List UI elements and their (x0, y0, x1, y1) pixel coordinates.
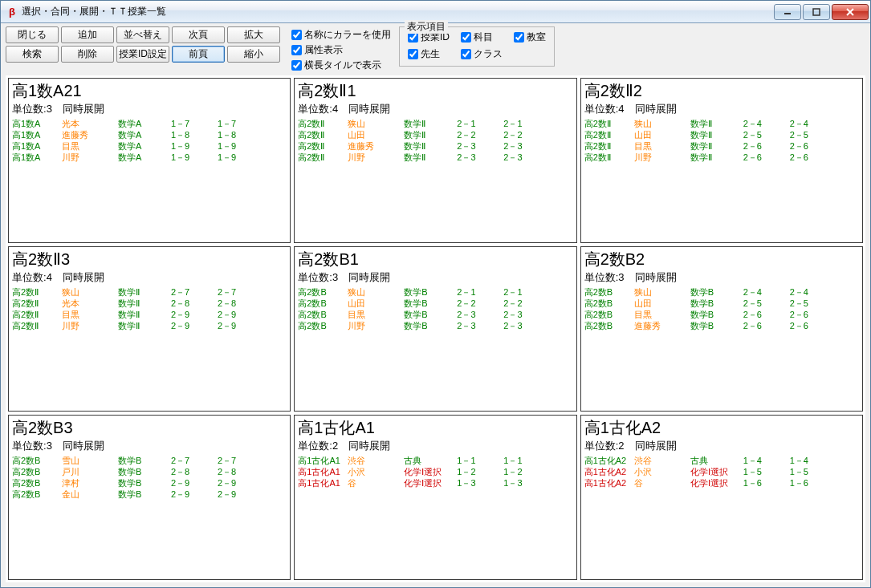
cell-teacher: 川野 (634, 152, 690, 163)
cell-room: 2－9 (218, 477, 256, 489)
check-class[interactable]: クラス (461, 47, 503, 61)
check-attr-show-box[interactable] (291, 45, 302, 55)
cell-subject: 数学B (690, 298, 743, 309)
cell-lesson-id: 高2数Ⅱ (298, 140, 348, 152)
check-attr-show[interactable]: 属性表示 (291, 43, 391, 57)
lesson-row: 高2数B津村数学B2－92－9 (12, 477, 287, 489)
lesson-card[interactable]: 高2数Ⅱ3単位数:4 同時展開高2数Ⅱ狭山数学Ⅱ2－72－7高2数Ⅱ光本数学Ⅱ2… (8, 246, 291, 412)
cell-teacher: 小沢 (348, 466, 404, 477)
toolbar-button[interactable]: 削除 (61, 46, 114, 63)
cell-lesson-id: 高1古化A2 (584, 466, 634, 477)
card-subheader: 単位数:3 同時展開 (298, 270, 572, 285)
lesson-row: 高1古化A2渋谷古典1－41－4 (584, 455, 859, 466)
cell-class: 2－6 (743, 320, 790, 331)
cell-room: 1－3 (503, 477, 542, 489)
card-rows: 高2数Ⅱ狭山数学Ⅱ2－72－7高2数Ⅱ光本数学Ⅱ2－82－8高2数Ⅱ目黒数学Ⅱ2… (12, 286, 287, 331)
toolbar-button[interactable]: 追加 (61, 26, 114, 43)
cell-teacher: 金山 (62, 489, 118, 500)
toolbar-button[interactable]: 次頁 (172, 26, 225, 43)
lesson-card[interactable]: 高2数B2単位数:3 同時展開高2数B狭山数学B2－42－4高2数B山田数学B2… (580, 246, 863, 412)
cell-teacher: 渋谷 (348, 455, 404, 466)
lesson-card[interactable]: 高1数A21単位数:3 同時展開高1数A光本数学A1－71－7高1数A進藤秀数学… (8, 78, 291, 243)
units-value: 3 (618, 271, 624, 283)
lesson-card[interactable]: 高1古化A1単位数:2 同時展開高1古化A1渋谷古典1－11－1高1古化A1小沢… (294, 415, 576, 580)
check-tile-wide-box[interactable] (291, 60, 302, 71)
cell-class: 1－9 (171, 140, 218, 152)
check-tile-wide[interactable]: 横長タイルで表示 (291, 59, 391, 72)
units-value: 4 (47, 271, 52, 283)
cell-class: 1－2 (457, 466, 503, 477)
cell-teacher: 川野 (348, 320, 404, 331)
check-name-color-box[interactable] (291, 30, 302, 40)
toolbar-button[interactable]: 閉じる (6, 26, 59, 43)
lesson-row: 高2数Ⅱ目黒数学Ⅱ2－62－6 (584, 140, 859, 152)
cell-subject: 化学Ⅰ選択 (690, 466, 743, 477)
cell-room: 2－2 (503, 129, 542, 140)
toolbar-button[interactable]: 前頁 (172, 46, 225, 63)
cell-room: 1－6 (790, 477, 828, 489)
mode-label: 同時展開 (635, 271, 677, 283)
minimize-button[interactable] (774, 4, 801, 20)
cell-teacher: 谷 (348, 477, 404, 489)
cell-subject: 数学Ⅱ (118, 286, 171, 298)
units-value: 3 (332, 271, 338, 283)
cell-lesson-id: 高2数Ⅱ (298, 152, 348, 163)
cell-subject: 数学Ⅱ (404, 140, 457, 152)
check-room[interactable]: 教室 (514, 30, 546, 44)
cell-class: 2－3 (457, 309, 503, 320)
toolbar-button[interactable]: 拡大 (227, 26, 280, 43)
cell-teacher: 川野 (348, 152, 404, 163)
cell-room: 2－9 (218, 489, 256, 500)
cell-subject: 数学Ⅱ (690, 152, 743, 163)
cell-class: 2－9 (171, 320, 218, 331)
cell-subject: 数学Ⅱ (118, 320, 171, 331)
toolbar-button[interactable]: 縮小 (227, 46, 280, 63)
cell-class: 1－9 (171, 152, 218, 163)
cell-class: 2－8 (171, 466, 218, 477)
cell-class: 2－9 (171, 309, 218, 320)
cell-lesson-id: 高1数A (12, 140, 62, 152)
cell-teacher: 狭山 (348, 286, 404, 298)
cell-teacher: 狭山 (348, 118, 404, 129)
cell-room: 2－3 (503, 320, 542, 331)
lesson-row: 高1古化A2小沢化学Ⅰ選択1－51－5 (584, 466, 859, 477)
cell-subject: 数学B (404, 298, 457, 309)
maximize-button[interactable] (803, 4, 830, 20)
close-button[interactable] (832, 4, 869, 20)
card-title: 高2数B2 (584, 249, 859, 270)
lesson-row: 高2数Ⅱ山田数学Ⅱ2－22－2 (298, 129, 572, 140)
check-subject[interactable]: 科目 (461, 30, 503, 44)
lesson-row: 高2数Ⅱ光本数学Ⅱ2－82－8 (12, 298, 287, 309)
lesson-card[interactable]: 高2数Ⅱ1単位数:4 同時展開高2数Ⅱ狭山数学Ⅱ2－12－1高2数Ⅱ山田数学Ⅱ2… (294, 78, 576, 243)
lesson-card[interactable]: 高2数B1単位数:3 同時展開高2数B狭山数学B2－12－1高2数B山田数学B2… (294, 246, 576, 412)
cell-teacher: 狭山 (62, 286, 118, 298)
check-teacher[interactable]: 先生 (408, 47, 450, 61)
cell-teacher: 津村 (62, 477, 118, 489)
cell-subject: 数学B (690, 286, 743, 298)
cell-teacher: 山田 (634, 298, 690, 309)
lesson-card[interactable]: 高1古化A2単位数:2 同時展開高1古化A2渋谷古典1－41－4高1古化A2小沢… (580, 415, 863, 580)
card-grid: 高1数A21単位数:3 同時展開高1数A光本数学A1－71－7高1数A進藤秀数学… (6, 75, 865, 582)
cell-class: 2－9 (171, 489, 218, 500)
cell-lesson-id: 高2数B (12, 477, 62, 489)
lesson-row: 高2数B目黒数学B2－62－6 (584, 309, 859, 320)
card-rows: 高1数A光本数学A1－71－7高1数A進藤秀数学A1－81－8高1数A目黒数学A… (12, 118, 287, 163)
cell-class: 2－7 (171, 286, 218, 298)
cell-lesson-id: 高1古化A2 (584, 455, 634, 466)
card-title: 高1古化A1 (298, 417, 572, 439)
cell-teacher: 狭山 (634, 118, 690, 129)
lesson-card[interactable]: 高2数Ⅱ2単位数:4 同時展開高2数Ⅱ狭山数学Ⅱ2－42－4高2数Ⅱ山田数学Ⅱ2… (580, 78, 863, 243)
cell-subject: 数学Ⅱ (404, 118, 457, 129)
lesson-card[interactable]: 高2数B3単位数:3 同時展開高2数B雪山数学B2－72－7高2数B戸川数学B2… (8, 415, 291, 580)
units-value: 4 (618, 103, 624, 115)
cell-subject: 数学B (404, 286, 457, 298)
cell-teacher: 雪山 (62, 455, 118, 466)
card-title: 高2数Ⅱ3 (12, 249, 287, 270)
lesson-row: 高1数A川野数学A1－91－9 (12, 152, 287, 163)
check-name-color[interactable]: 名称にカラーを使用 (291, 28, 391, 42)
toolbar-button[interactable]: 並べ替え (116, 26, 169, 43)
cell-lesson-id: 高2数Ⅱ (584, 129, 634, 140)
cell-teacher: 小沢 (634, 466, 690, 477)
toolbar-button[interactable]: 検索 (6, 46, 59, 63)
toolbar-button[interactable]: 授業ID設定 (116, 46, 169, 63)
